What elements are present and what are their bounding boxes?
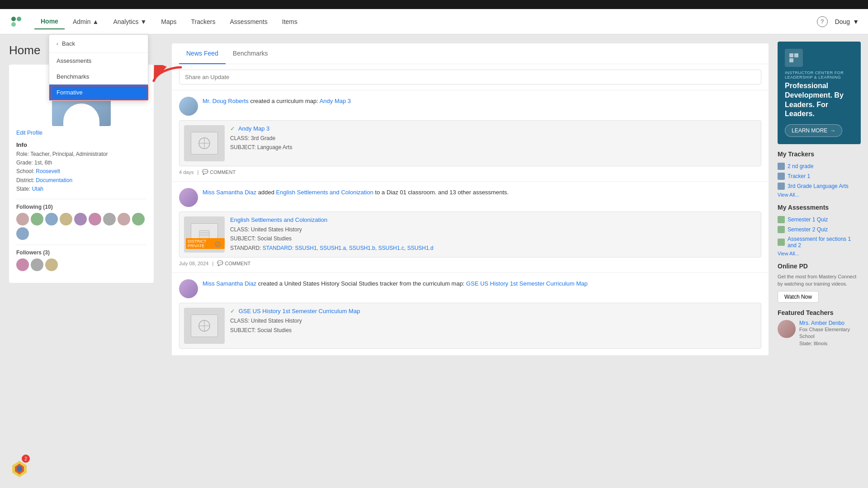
- tab-news-feed[interactable]: News Feed: [179, 43, 226, 64]
- avatar-body: [63, 103, 99, 126]
- post-1-map-card: ✓ Andy Map 3 CLASS: 3rd Grade SUBJECT: L…: [179, 120, 761, 166]
- state-row: State: Utah: [16, 185, 146, 193]
- info-title: Info: [16, 141, 146, 148]
- tracker-icon-3: [778, 183, 785, 190]
- post-3-author[interactable]: Miss Samantha Diaz: [203, 280, 256, 287]
- assessment-icon-2: [778, 226, 785, 233]
- svg-point-0: [11, 17, 16, 21]
- post-2-map-title[interactable]: English Settlements and Colonization: [230, 216, 434, 223]
- promo-logo: [785, 49, 803, 67]
- promo-banner: INSTRUCTOR CENTER FOR LEADERSHIP & LEARN…: [778, 42, 861, 144]
- tracker-item-2[interactable]: Tracker 1: [778, 171, 861, 181]
- nav-analytics[interactable]: Analytics ▼: [107, 14, 153, 29]
- following-avatar-8[interactable]: [118, 213, 130, 225]
- online-pd-desc: Get the most from Mastery Connect by wat…: [778, 273, 861, 287]
- nav-items[interactable]: Items: [276, 14, 304, 29]
- tracker-label-1[interactable]: 2 nd grade: [788, 163, 813, 169]
- featured-teachers-section: Featured Teachers Mrs. Amber Denbo Fox C…: [778, 309, 861, 347]
- nav-home[interactable]: Home: [34, 14, 65, 29]
- assessment-label-2[interactable]: Semester 2 Quiz: [788, 226, 828, 233]
- post-1-target[interactable]: Andy Map 3: [320, 98, 351, 104]
- following-avatar-1[interactable]: [16, 213, 29, 225]
- district-link[interactable]: Documentation: [36, 177, 72, 183]
- follower-avatar-1[interactable]: [16, 258, 29, 271]
- user-menu[interactable]: Doug ▼: [835, 18, 859, 25]
- post-1-header: Mr. Doug Roberts created a curriculum ma…: [179, 97, 761, 116]
- nav-assessments[interactable]: Assessments: [224, 14, 274, 29]
- tracker-label-2[interactable]: Tracker 1: [788, 173, 810, 179]
- post-2-map-info: English Settlements and Colonization CLA…: [230, 216, 434, 253]
- nav-right: ? Doug ▼: [817, 16, 859, 27]
- post-2-author[interactable]: Miss Samantha Diaz: [203, 189, 256, 196]
- share-input[interactable]: [179, 70, 761, 84]
- tracker-label-3[interactable]: 3rd Grade Language Arts: [788, 183, 849, 189]
- assessments-view-all[interactable]: View All...: [778, 251, 861, 256]
- post-1-meta: 4 days | 💬 COMMENT: [179, 169, 761, 175]
- post-1-comment-btn[interactable]: 💬 COMMENT: [202, 169, 236, 175]
- nav-maps[interactable]: Maps: [155, 14, 183, 29]
- post-3-map-subject: SUBJECT: Social Studies: [230, 326, 360, 335]
- post-2-text: Miss Samantha Diaz added English Settlem…: [203, 188, 509, 197]
- post-1-map-title[interactable]: ✓ Andy Map 3: [230, 125, 292, 132]
- following-section: Following (10): [16, 204, 146, 240]
- assessment-item-1[interactable]: Semester 1 Quiz: [778, 215, 861, 225]
- following-avatar-6[interactable]: [89, 213, 101, 225]
- svg-point-1: [17, 17, 21, 21]
- post-3-avatar: [179, 279, 198, 298]
- post-2-comment-btn[interactable]: 💬 COMMENT: [217, 260, 250, 266]
- following-avatar-3[interactable]: [45, 213, 58, 225]
- assessment-label-3[interactable]: Assessment for sections 1 and 2: [788, 236, 861, 249]
- post-2-map-card: DISTRICT PRIVATE ⊘ English Settlements a…: [179, 211, 761, 258]
- dropdown-benchmarks[interactable]: Benchmarks: [49, 69, 148, 84]
- app-logo[interactable]: [9, 14, 24, 29]
- following-avatar-5[interactable]: [74, 213, 87, 225]
- divider-1: [16, 199, 146, 199]
- promo-tag: INSTRUCTOR CENTER FOR LEADERSHIP & LEARN…: [785, 70, 854, 80]
- following-avatar-10[interactable]: [16, 227, 29, 240]
- school-link[interactable]: Roosevelt: [36, 168, 60, 174]
- tracker-item-3[interactable]: 3rd Grade Language Arts: [778, 181, 861, 191]
- post-1-author[interactable]: Mr. Doug Roberts: [203, 98, 249, 104]
- featured-teacher-1: Mrs. Amber Denbo Fox Chase Elementary Sc…: [778, 320, 861, 347]
- following-avatar-9[interactable]: [132, 213, 145, 225]
- state-link[interactable]: Utah: [32, 186, 43, 192]
- promo-learn-more-btn[interactable]: LEARN MORE →: [785, 124, 842, 137]
- tracker-item-1[interactable]: 2 nd grade: [778, 161, 861, 171]
- standard-links[interactable]: STANDARD: SSUSH1, SSUSH1.a, SSUSH1.b, SS…: [263, 245, 434, 251]
- following-avatar-2[interactable]: [31, 213, 43, 225]
- post-3-map-card: ✓ GSE US History 1st Semester Curriculum…: [179, 303, 761, 349]
- assessment-item-2[interactable]: Semester 2 Quiz: [778, 225, 861, 235]
- edit-profile-link[interactable]: Edit Profile: [16, 130, 146, 136]
- post-3-map-image: [191, 314, 218, 337]
- assessment-label-1[interactable]: Semester 1 Quiz: [788, 216, 828, 223]
- feed-tabs: News Feed Benchmarks: [172, 43, 769, 64]
- post-2-target[interactable]: English Settlements and Colonization: [276, 189, 373, 196]
- dropdown-formative[interactable]: Formative: [49, 84, 148, 100]
- post-3-map-title[interactable]: ✓ GSE US History 1st Semester Curriculum…: [230, 308, 360, 314]
- featured-teacher-name[interactable]: Mrs. Amber Denbo: [799, 320, 861, 326]
- bottom-badge[interactable]: 2: [9, 455, 30, 479]
- post-3-header: Miss Samantha Diaz created a United Stat…: [179, 279, 761, 298]
- followers-section: Followers (3): [16, 249, 146, 271]
- followers-title: Followers (3): [16, 249, 146, 256]
- following-avatar-4[interactable]: [60, 213, 72, 225]
- following-avatar-7[interactable]: [103, 213, 116, 225]
- follower-avatar-2[interactable]: [31, 258, 43, 271]
- trackers-view-all[interactable]: View All...: [778, 192, 861, 197]
- nav-admin[interactable]: Admin ▲: [66, 14, 105, 29]
- left-panel: Home Edit Profile Info Role: Teacher, Pr…: [0, 34, 163, 488]
- post-3-target[interactable]: GSE US History 1st Semester Curriculum M…: [466, 280, 588, 287]
- district-row: District: Documentation: [16, 176, 146, 185]
- assessment-item-3[interactable]: Assessment for sections 1 and 2: [778, 235, 861, 250]
- tab-benchmarks[interactable]: Benchmarks: [226, 43, 275, 64]
- nav-trackers[interactable]: Trackers: [185, 14, 222, 29]
- help-button[interactable]: ?: [817, 16, 828, 27]
- svg-rect-13: [789, 53, 793, 57]
- dropdown-assessments[interactable]: Assessments: [49, 53, 148, 69]
- post-1-text: Mr. Doug Roberts created a curriculum ma…: [203, 97, 351, 106]
- post-1-map-info: ✓ Andy Map 3 CLASS: 3rd Grade SUBJECT: L…: [230, 125, 292, 161]
- check-icon: ✓: [230, 125, 235, 132]
- watch-now-btn[interactable]: Watch Now: [778, 291, 819, 303]
- dropdown-back-button[interactable]: ‹ Back: [49, 35, 148, 53]
- follower-avatar-3[interactable]: [45, 258, 58, 271]
